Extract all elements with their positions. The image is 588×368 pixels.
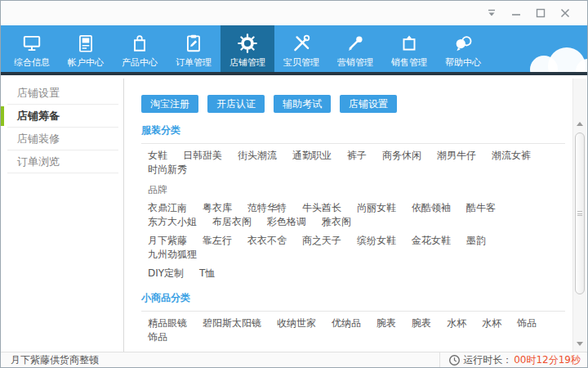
monitor-icon xyxy=(21,33,42,54)
category-link[interactable]: 收纳世家 xyxy=(277,316,316,330)
category-link[interactable]: 金花女鞋 xyxy=(412,234,451,248)
category-link[interactable]: 布居衣阁 xyxy=(212,215,252,229)
category-link[interactable]: 优纳品 xyxy=(332,316,361,330)
category-link[interactable]: 缤纷女鞋 xyxy=(357,234,396,248)
category-content: 淘宝注册开店认证辅助考试店铺设置 服装分类女鞋日韩甜美街头潮流通勤职业裤子商务休… xyxy=(141,95,565,352)
chevron-down-icon xyxy=(486,8,497,19)
section-title-1: 小商品分类 xyxy=(141,291,565,312)
toolbar-button-2[interactable]: 辅助考试 xyxy=(274,95,331,113)
nav-item-label: 综合信息 xyxy=(14,56,50,69)
nav-bar: 综合信息帐户中心产品中心订单管理店铺管理宝贝管理营销管理销售管理帮助中心 xyxy=(1,25,587,75)
category-link[interactable]: 精品眼镜 xyxy=(148,316,187,330)
vertical-scrollbar[interactable] xyxy=(572,79,586,352)
status-message: 月下紫藤供货商整顿 xyxy=(11,354,99,366)
nav-item-7[interactable]: 销售管理 xyxy=(382,25,436,72)
minimize-button[interactable] xyxy=(509,7,523,20)
account-card-icon xyxy=(75,33,96,54)
microphone-icon xyxy=(345,33,366,54)
category-link[interactable]: 时尚新秀 xyxy=(148,163,187,177)
category-link[interactable]: 尚丽女鞋 xyxy=(357,201,396,215)
maximize-button[interactable] xyxy=(533,7,548,20)
shop-sign-icon xyxy=(399,33,420,54)
category-link[interactable]: 水杯 xyxy=(482,316,501,330)
toolbar-button-3[interactable]: 店铺设置 xyxy=(340,95,397,113)
minimize-icon xyxy=(510,8,522,19)
sidebar-item-1[interactable]: 店铺筹备 xyxy=(1,105,123,128)
category-link[interactable]: 范特华特 xyxy=(247,201,287,215)
category-link[interactable]: 牛头酋长 xyxy=(302,201,341,215)
scrollbar-thumb[interactable] xyxy=(575,132,585,294)
nav-item-label: 营销管理 xyxy=(337,56,373,69)
sidebar: 店铺设置店铺筹备店铺装修订单浏览 xyxy=(1,79,124,352)
runtime-label: 运行时长： xyxy=(463,353,512,367)
maximize-icon xyxy=(535,8,546,19)
nav-item-2[interactable]: 产品中心 xyxy=(113,25,167,72)
nav-item-label: 产品中心 xyxy=(122,56,158,69)
section-title-0: 服装分类 xyxy=(141,123,565,144)
category-link[interactable]: 腕表 xyxy=(376,316,396,330)
category-link[interactable]: 碧阳斯太阳镜 xyxy=(203,316,261,330)
nav-item-4[interactable]: 店铺管理 xyxy=(220,25,274,72)
scroll-down-arrow-icon[interactable] xyxy=(573,339,586,348)
sidebar-item-3[interactable]: 订单浏览 xyxy=(1,150,123,173)
category-link[interactable]: 饰品 xyxy=(148,330,167,344)
clock-icon xyxy=(448,354,461,366)
category-link[interactable]: 饰品 xyxy=(517,316,537,330)
category-link[interactable]: 水杯 xyxy=(447,316,466,330)
category-link[interactable]: 衣衣不舍 xyxy=(247,234,287,248)
gear-icon xyxy=(237,33,258,54)
category-link[interactable]: 墨韵 xyxy=(466,234,486,248)
titlebar xyxy=(1,1,587,25)
nav-item-label: 帮助中心 xyxy=(445,56,481,69)
sidebar-item-0[interactable]: 店铺设置 xyxy=(1,82,123,105)
nav-item-3[interactable]: 订单管理 xyxy=(167,25,220,72)
group-label: 品牌 xyxy=(141,183,565,196)
toolbar-button-1[interactable]: 开店认证 xyxy=(207,95,265,113)
category-link[interactable]: 九州劲狐狸 xyxy=(148,248,197,262)
category-link[interactable]: 粤衣库 xyxy=(203,201,232,215)
sidebar-item-label: 店铺装修 xyxy=(17,132,60,145)
category-link[interactable]: 潮流女裤 xyxy=(492,149,531,163)
scrollbar-grip xyxy=(577,211,582,216)
nav-item-6[interactable]: 营销管理 xyxy=(328,25,382,72)
category-link[interactable]: 东方大小姐 xyxy=(148,215,197,229)
category-link[interactable]: 女鞋 xyxy=(148,149,167,163)
category-link[interactable]: 酷牛客 xyxy=(466,201,496,215)
category-link[interactable]: 通勤职业 xyxy=(292,149,332,163)
nav-item-label: 宝贝管理 xyxy=(283,56,319,69)
close-icon xyxy=(559,8,571,19)
category-link[interactable]: 月下紫藤 xyxy=(148,234,187,248)
category-links-row: 女鞋日韩甜美街头潮流通勤职业裤子商务休闲潮男牛仔潮流女裤时尚新秀 xyxy=(141,149,565,177)
category-link[interactable]: 街头潮流 xyxy=(238,149,277,163)
nav-item-0[interactable]: 综合信息 xyxy=(5,25,59,72)
runtime-status: 运行时长： 00时12分19秒 xyxy=(439,352,581,367)
clipboard-icon xyxy=(183,33,204,54)
sidebar-item-2[interactable]: 店铺装修 xyxy=(1,128,123,150)
scroll-up-arrow-icon[interactable] xyxy=(573,119,586,129)
nav-item-1[interactable]: 帐户中心 xyxy=(59,25,113,72)
nav-item-label: 销售管理 xyxy=(391,56,427,69)
category-link[interactable]: 彩色格调 xyxy=(267,215,306,229)
category-link[interactable]: 潮男牛仔 xyxy=(437,149,476,163)
nav-item-8[interactable]: 帮助中心 xyxy=(436,25,490,72)
nav-item-5[interactable]: 宝贝管理 xyxy=(274,25,328,72)
category-link[interactable]: 裤子 xyxy=(347,149,367,163)
skin-menu-button[interactable] xyxy=(484,7,499,20)
category-link[interactable]: 雅衣阁 xyxy=(322,215,351,229)
toolbar-button-0[interactable]: 淘宝注册 xyxy=(141,95,198,113)
status-bar: 月下紫藤供货商整顿 运行时长： 00时12分19秒 xyxy=(1,352,587,367)
sidebar-item-label: 店铺设置 xyxy=(17,87,60,99)
category-link[interactable]: 靠左行 xyxy=(203,234,232,248)
category-link[interactable]: 日韩甜美 xyxy=(183,149,222,163)
category-link[interactable]: 商之天子 xyxy=(302,234,341,248)
runtime-value: 00时12分19秒 xyxy=(514,353,581,367)
close-button[interactable] xyxy=(558,7,572,20)
sidebar-item-label: 店铺筹备 xyxy=(17,110,60,122)
category-link[interactable]: DIY定制 xyxy=(148,267,184,280)
shopping-bag-icon xyxy=(129,33,150,54)
category-link[interactable]: 腕表 xyxy=(412,316,431,330)
category-link[interactable]: 衣鼎江南 xyxy=(148,201,187,215)
category-link[interactable]: 依酷领袖 xyxy=(412,201,451,215)
category-link[interactable]: T恤 xyxy=(199,267,215,280)
category-link[interactable]: 商务休闲 xyxy=(382,149,421,163)
